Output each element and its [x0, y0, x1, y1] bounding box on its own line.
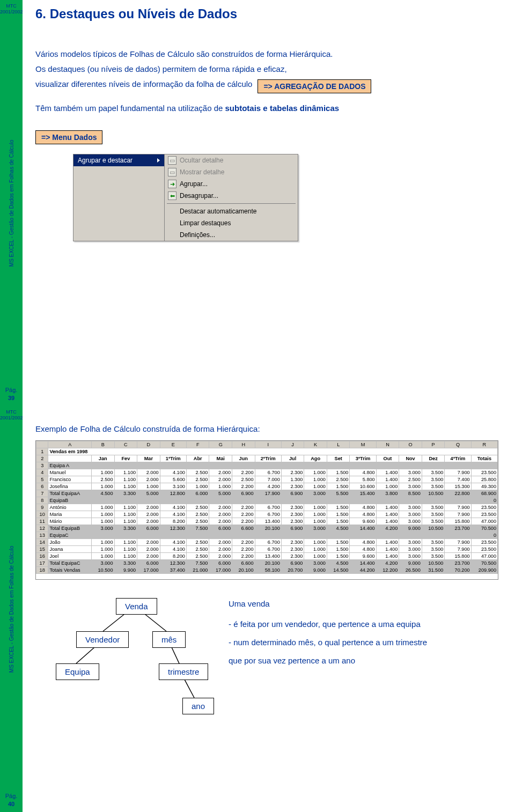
cell: 8.200 — [160, 518, 186, 525]
row-label: Joana — [48, 545, 92, 552]
menu-item-limpar[interactable]: Limpar destaques — [165, 217, 298, 229]
menu-item-mostrar[interactable]: ▭ Mostrar detalhe — [165, 166, 298, 178]
col-header: R — [471, 441, 497, 448]
cell: 2.500 — [186, 552, 209, 559]
cell — [160, 532, 186, 538]
menu-item-destacar-auto[interactable]: Destacar automaticamente — [165, 205, 298, 217]
cell — [350, 532, 376, 538]
cell: 7.900 — [445, 469, 471, 476]
cell: 15.800 — [445, 552, 471, 559]
cell: 2.300 — [281, 511, 304, 518]
sheet-title: Vendas em 1998 — [48, 448, 498, 455]
cell: 5.600 — [160, 476, 186, 483]
cell — [304, 462, 327, 469]
menu-item-desagrupar[interactable]: ⬅ Desagrupar... — [165, 190, 298, 202]
cell: 1.000 — [304, 476, 327, 483]
cell: 4.100 — [160, 469, 186, 476]
cell: 2.500 — [186, 545, 209, 552]
cell — [114, 497, 137, 504]
cell: 2.200 — [232, 511, 255, 518]
menu-item-definicoes[interactable]: Definições... — [165, 229, 298, 241]
slide-40: MTC 2001/2002 MS EXCEL - Gestão de Dados… — [0, 406, 515, 812]
subject-label: MS EXCEL - Gestão de Dados em Folhas de … — [9, 139, 14, 266]
cell: 3.000 — [304, 559, 327, 566]
column-header: Mai — [209, 455, 232, 462]
cell: 15.300 — [445, 483, 471, 490]
menu-item-label: Definições... — [180, 231, 215, 239]
menu-item-ocultar[interactable]: ▭ Ocultar detalhe — [165, 154, 298, 166]
cell: 1.100 — [114, 504, 137, 511]
cell: 58.100 — [255, 566, 281, 573]
cell: 7.400 — [445, 476, 471, 483]
cell: 44.200 — [350, 566, 376, 573]
cell: 6.000 — [209, 559, 232, 566]
cell: 1.400 — [376, 504, 399, 511]
cell — [92, 497, 115, 504]
cell: 20.100 — [255, 525, 281, 532]
cell: 6.000 — [186, 490, 209, 497]
excel-menu: Agrupar e destacar ▭ Ocultar detalhe ▭ M… — [73, 154, 298, 241]
menu-item-label: Mostrar detalhe — [180, 168, 224, 176]
cell: 2.000 — [209, 504, 232, 511]
cell — [92, 532, 115, 538]
cell: 3.500 — [422, 511, 445, 518]
cell: 2.500 — [92, 476, 115, 483]
column-header: 4ºTrim — [445, 455, 471, 462]
cell — [114, 532, 137, 538]
cell: 10.500 — [92, 566, 115, 573]
table-row: 16Joel1.0001.1002.0008.2002.5002.0002.20… — [36, 552, 498, 559]
cell: 3.300 — [114, 559, 137, 566]
cell: 6.700 — [255, 511, 281, 518]
menu-item-label: Agrupar e destacar — [78, 157, 133, 164]
cell: 1.100 — [114, 545, 137, 552]
cell — [445, 462, 471, 469]
cell: 2.300 — [281, 504, 304, 511]
cell: 2.000 — [137, 538, 160, 545]
cell: 20.700 — [281, 566, 304, 573]
menu-item-agrupar[interactable]: ➜ Agrupar... — [165, 178, 298, 190]
cell: 1.000 — [304, 538, 327, 545]
diagram-line-2: - num determinado mês, o qual pertence a… — [229, 637, 427, 649]
cell: 1.000 — [304, 552, 327, 559]
cell: 1.100 — [114, 469, 137, 476]
column-header: Mar — [137, 455, 160, 462]
cell: 2.300 — [281, 538, 304, 545]
column-header: Ago — [304, 455, 327, 462]
cell: 1.000 — [209, 483, 232, 490]
cell: 1.000 — [92, 483, 115, 490]
cell: 1.000 — [376, 483, 399, 490]
subject-label: MS EXCEL - Gestão de Dados em Folhas de … — [9, 545, 14, 672]
cell — [137, 532, 160, 538]
table-row: 10Maria1.0001.1002.0004.1002.5002.0002.2… — [36, 511, 498, 518]
hierarchy-diagram: Venda Vendedor mês Equipa trimestre ano … — [35, 596, 499, 778]
menu-item-agrupar-destacar[interactable]: Agrupar e destacar — [73, 154, 164, 166]
paragraph-3a: Têm também um papel fundamental na utili… — [35, 104, 225, 113]
row-label: João — [48, 538, 92, 545]
cell: 3.000 — [399, 538, 422, 545]
cell — [281, 497, 304, 504]
cell: 6.900 — [232, 490, 255, 497]
cell — [209, 532, 232, 538]
cell: 2.500 — [186, 469, 209, 476]
col-header: P — [422, 441, 445, 448]
col-header: Q — [445, 441, 471, 448]
table-row: 13EquipaC0 — [36, 532, 498, 538]
cell — [137, 497, 160, 504]
cell: 23.700 — [445, 559, 471, 566]
cell: 2.500 — [232, 476, 255, 483]
cell: 7.500 — [186, 559, 209, 566]
cell: 6.700 — [255, 538, 281, 545]
cell — [376, 462, 399, 469]
year-label: 2001/2002 — [0, 415, 23, 421]
cell: 1.400 — [376, 469, 399, 476]
cell: 1.100 — [114, 538, 137, 545]
cell: 3.000 — [304, 525, 327, 532]
cell: 2.000 — [137, 476, 160, 483]
row-label: Totais Vendas — [48, 566, 92, 573]
cell: 2.000 — [209, 538, 232, 545]
cell: 4.100 — [160, 545, 186, 552]
cell: 1.000 — [92, 469, 115, 476]
cell: 3.000 — [304, 490, 327, 497]
row-label: Total EquipaC — [48, 559, 92, 566]
col-header: O — [399, 441, 422, 448]
